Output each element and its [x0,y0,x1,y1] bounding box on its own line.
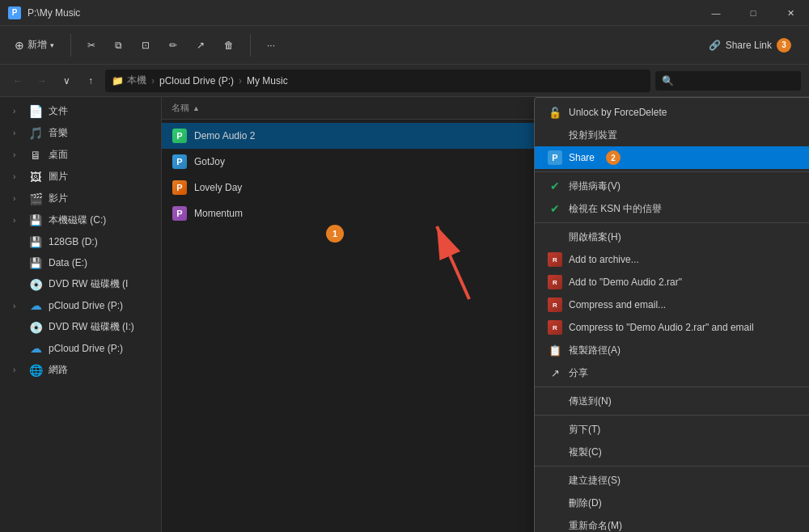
pcloud-purple-icon: P [172,206,187,221]
sidebar-item-network[interactable]: › 🌐 網路 [0,359,161,381]
forward-button[interactable]: → [32,71,52,91]
ctx-scan-virus[interactable]: ✔ 掃描病毒(V) [535,175,809,197]
ctx-separator [535,222,809,223]
ctx-label: 掃描病毒(V) [569,179,621,193]
sidebar-label: 網路 [49,363,68,377]
sidebar-item-128gb[interactable]: › 💾 128GB (D:) [0,231,161,252]
plus-icon: ⊕ [15,39,24,52]
sidebar-item-dvdI2[interactable]: › 💿 DVD RW 磁碟機 (I:) [0,316,161,338]
ctx-label: 開啟檔案(H) [569,230,621,244]
ctx-ksn[interactable]: ✔ 檢視在 KSN 中的信譽 [535,197,809,220]
sidebar-item-pcloudP[interactable]: › ☁ pCloud Drive (P:) [0,295,161,316]
pcloud-orange-icon: P [172,180,187,195]
ctx-label: Unlock by ForceDelete [569,107,667,118]
delete-button[interactable]: 🗑 [218,36,240,54]
sidebar-label: 圖片 [49,170,68,184]
drive-icon: 💾 [29,256,42,269]
sidebar-item-影片[interactable]: › 🎬 影片 [0,188,161,209]
ctx-shortcut[interactable]: 建立捷徑(S) [535,469,809,492]
window-controls: — □ ✕ [697,0,809,26]
ctx-add-archive[interactable]: R Add to archive... [535,248,809,271]
ctx-open[interactable]: 開啟檔案(H) › [535,226,809,248]
sidebar-label: 文件 [49,104,68,118]
expand-icon: › [13,365,23,374]
sidebar-item-文件[interactable]: › 📄 文件 [0,100,161,122]
ctx-compress-email[interactable]: R Compress and email... [535,293,809,316]
share-link-button[interactable]: 🔗 Share Link 3 [699,35,801,56]
copy-button[interactable]: ⧉ [108,36,129,54]
ctx-cast[interactable]: 投射到裝置 › [535,124,809,146]
unlock-icon: 🔓 [548,105,562,120]
ctx-label: 複製(C) [569,445,602,459]
breadcrumb-sep-1: › [151,75,155,87]
ctx-compress-rar-email[interactable]: R Compress to "Demo Audio 2.rar" and ema… [535,316,809,339]
ctx-cut[interactable]: 剪下(T) [535,418,809,441]
breadcrumb-pcloud: pCloud Drive (P:) [159,75,234,87]
sidebar-label: DVD RW 磁碟機 (I:) [49,320,134,334]
sidebar-item-音樂[interactable]: › 🎵 音樂 [0,122,161,144]
search-button[interactable]: 🔍 [655,71,801,91]
ctx-unlock[interactable]: 🔓 Unlock by ForceDelete › [535,101,809,124]
sidebar-item-pcloudP2[interactable]: › ☁ pCloud Drive (P:) [0,338,161,359]
drive-icon: 💾 [29,235,42,248]
ctx-label: 傳送到(N) [569,395,612,408]
search-icon: 🔍 [662,75,674,87]
ctx-rename[interactable]: 重新命名(M) [535,514,809,532]
shortcut-icon [548,473,562,488]
copy-path-icon: 📋 [548,343,562,357]
pcloud-blue-icon: P [172,154,187,169]
cast-icon [548,128,562,142]
expand-nav-button[interactable]: ∨ [57,71,76,91]
sidebar-label: 影片 [49,192,68,205]
ctx-send-to[interactable]: 傳送到(N) › [535,390,809,412]
ctx-share2[interactable]: ↗ 分享 [535,361,809,384]
breadcrumb[interactable]: 📁 本機 › pCloud Drive (P:) › My Music [105,70,650,92]
svg-line-1 [437,226,469,299]
sidebar-item-dvdI[interactable]: › 💿 DVD RW 磁碟機 (I [0,273,161,295]
ctx-label: Compress and email... [569,299,666,310]
desktop-icon: 🖥 [29,149,42,162]
rename-button[interactable]: ✏ [163,36,184,54]
expand-icon: › [13,150,23,159]
pcloud-icon: ☁ [29,299,42,312]
dvd-icon: 💿 [29,278,42,291]
ctx-add-rar[interactable]: R Add to "Demo Audio 2.rar" [535,271,809,293]
up-button[interactable]: ↑ [81,71,100,91]
cut-button[interactable]: ✂ [81,36,102,54]
share-link-badge: 3 [777,38,791,53]
ctx-label: Add to "Demo Audio 2.rar" [569,277,682,288]
ctx-label: 檢視在 KSN 中的信譽 [569,202,662,216]
share-button[interactable]: ↗ [190,36,211,54]
sidebar-item-dataE[interactable]: › 💾 Data (E:) [0,252,161,273]
sidebar-item-driveC[interactable]: › 💾 本機磁碟 (C:) [0,209,161,231]
new-button[interactable]: ⊕ 新增 ▾ [8,35,61,55]
ctx-share[interactable]: P Share 2 › [535,146,809,169]
app-icon: P [8,6,21,19]
expand-icon: › [13,194,23,203]
name-column-header[interactable]: 名稱 ▲ [172,102,200,114]
more-button[interactable]: ··· [260,36,282,54]
send-icon [548,394,562,408]
sidebar-item-圖片[interactable]: › 🖼 圖片 [0,166,161,188]
sidebar-label: DVD RW 磁碟機 (I [49,277,128,291]
annotation-badge-1: 1 [326,225,344,243]
paste-button[interactable]: ⊡ [135,36,156,54]
drive-icon: 💾 [29,214,42,227]
back-button[interactable]: ← [8,71,28,91]
sidebar-item-桌面[interactable]: › 🖥 桌面 [0,144,161,166]
minimize-button[interactable]: — [697,0,735,26]
ctx-delete[interactable]: 刪除(D) [535,492,809,514]
maximize-button[interactable]: □ [735,0,772,26]
ctx-copy[interactable]: 複製(C) [535,441,809,463]
network-icon: 🌐 [29,364,42,377]
sidebar: › 📄 文件 › 🎵 音樂 › 🖥 桌面 › 🖼 圖片 › 🎬 影片 › 💾 本… [0,97,162,532]
close-button[interactable]: ✕ [772,0,809,26]
ctx-label: 複製路徑(A) [569,344,621,357]
ctx-copy-path[interactable]: 📋 複製路徑(A) [535,339,809,361]
breadcrumb-sep-2: › [239,75,242,87]
ctx-separator [535,171,809,172]
expand-icon: › [13,107,23,116]
sidebar-label: Data (E:) [49,257,87,268]
share-ctx-badge: 2 [606,150,621,165]
open-icon [548,230,562,244]
